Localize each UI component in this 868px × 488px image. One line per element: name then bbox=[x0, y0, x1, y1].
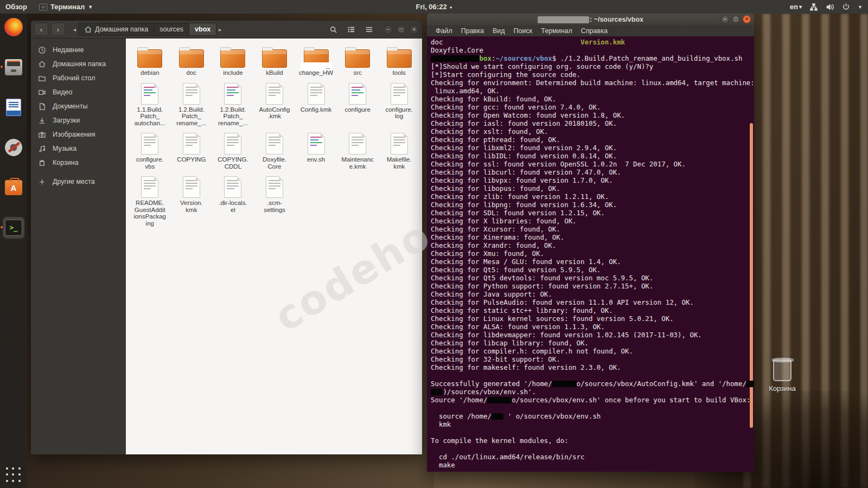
sidebar-item-рабочий-стол[interactable]: Рабочий стол bbox=[31, 71, 126, 85]
file-label: 1.2.Build. Patch_ rename_... bbox=[176, 106, 206, 127]
dock-item-terminal[interactable]: >_ bbox=[3, 217, 24, 239]
file-grid[interactable]: debiandocincludekBuild_change_HWsrctools… bbox=[126, 38, 422, 454]
terminal-close-button[interactable]: × bbox=[743, 15, 751, 23]
terminal-line: Checking for 32-bit support: OK. bbox=[431, 355, 753, 363]
terminal-line bbox=[431, 428, 753, 436]
file-env.sh[interactable]: env.sh bbox=[295, 133, 337, 163]
terminal-menubar: ФайлПравкаВидПоискТерминалСправка bbox=[427, 25, 754, 36]
file-configure[interactable]: configure bbox=[337, 83, 379, 113]
sidebar-item-видео[interactable]: Видео bbox=[31, 85, 126, 99]
sidebar-item-музыка[interactable]: Музыка bbox=[31, 142, 126, 156]
terminal-menu-терминал[interactable]: Терминал bbox=[537, 27, 577, 35]
terminal-menu-справка[interactable]: Справка bbox=[577, 27, 612, 35]
dock-item-firefox[interactable] bbox=[3, 16, 24, 38]
sidebar-item-загрузки[interactable]: Загрузки bbox=[31, 113, 126, 127]
file-label: configure. vbs bbox=[136, 156, 164, 170]
terminal-minimize-button[interactable]: − bbox=[721, 15, 729, 23]
files-window: ‹ › ◂ Домашняя папкаsourcesvbox ▸ − bbox=[31, 21, 422, 454]
sidebar-item-label: Музыка bbox=[53, 145, 76, 152]
file-version.[interactable]: Version. kmk bbox=[171, 176, 213, 213]
file-copying.[interactable]: COPYING. CDDL bbox=[212, 133, 254, 170]
dock-item-libreoffice-writer[interactable] bbox=[3, 97, 24, 118]
sidebar-item-корзина[interactable]: Корзина bbox=[31, 156, 126, 170]
breadcrumb-scroll-left-icon[interactable]: ◂ bbox=[71, 27, 78, 33]
dock-item-system-tools[interactable] bbox=[3, 137, 24, 158]
terminal-menu-файл[interactable]: Файл bbox=[431, 27, 457, 35]
maximize-button[interactable]: □ bbox=[397, 25, 406, 34]
back-button[interactable]: ‹ bbox=[34, 23, 48, 36]
terminal-menu-правка[interactable]: Правка bbox=[457, 27, 488, 35]
file-configure.[interactable]: configure. vbs bbox=[129, 133, 171, 170]
file-configure.[interactable]: configure. log bbox=[378, 83, 420, 120]
top-bar: Обзор Терминал ▾ Fri, 06:22● en ▾ bbox=[0, 0, 868, 14]
script-file-icon bbox=[308, 133, 325, 155]
breadcrumb-segment-домашняя-папка[interactable]: Домашняя папка bbox=[78, 23, 154, 36]
hamburger-menu-icon[interactable] bbox=[361, 23, 376, 36]
terminal-line: Checking for ALSA: found version 1.1.3, … bbox=[431, 323, 753, 331]
folder-debian[interactable]: debian bbox=[129, 46, 171, 76]
file-label: 1.2.Build. Patch_ rename_... bbox=[218, 106, 248, 127]
folder-change_hw[interactable]: _change_HW bbox=[295, 46, 337, 76]
folder-tools[interactable]: tools bbox=[378, 46, 420, 76]
terminal-line bbox=[431, 445, 753, 453]
text-file-icon bbox=[266, 176, 283, 198]
forward-button[interactable]: › bbox=[51, 23, 65, 36]
breadcrumb-segment-sources[interactable]: sources bbox=[154, 23, 189, 36]
terminal-menu-вид[interactable]: Вид bbox=[488, 27, 509, 35]
sidebar-item-label: Домашняя папка bbox=[53, 60, 106, 68]
terminal-titlebar[interactable]: : ~/sources/vbox − □ × bbox=[427, 14, 754, 25]
file-autoconfig[interactable]: AutoConfig .kmk bbox=[254, 83, 296, 120]
desktop-trash[interactable]: Корзина bbox=[767, 359, 797, 393]
file-label: Version. kmk bbox=[180, 200, 203, 213]
files-header-bar[interactable]: ‹ › ◂ Домашняя папкаsourcesvbox ▸ − bbox=[31, 21, 422, 38]
pictures-icon bbox=[38, 131, 46, 139]
file-doxyfile.[interactable]: Doxyfile. Core bbox=[254, 133, 296, 170]
close-button[interactable]: × bbox=[410, 25, 419, 34]
sidebar-item-домашняя-папка[interactable]: Домашняя папка bbox=[31, 57, 126, 71]
file-1.2.build.[interactable]: 1.2.Build. Patch_ rename_... bbox=[212, 83, 254, 127]
file-.scm-[interactable]: .scm- settings bbox=[254, 176, 296, 213]
terminal-menu-поиск[interactable]: Поиск bbox=[509, 27, 537, 35]
file-label: README. GuestAddit ionsPackag ing bbox=[134, 200, 166, 227]
sidebar-item-другие-места[interactable]: Другие места bbox=[31, 175, 126, 189]
breadcrumb-scroll-right-icon[interactable]: ▸ bbox=[216, 27, 224, 33]
redaction-box bbox=[492, 413, 503, 420]
file-1.2.build.[interactable]: 1.2.Build. Patch_ rename_... bbox=[171, 83, 213, 127]
folder-doc[interactable]: doc bbox=[171, 46, 213, 76]
file-readme.[interactable]: README. GuestAddit ionsPackag ing bbox=[129, 176, 171, 227]
terminal-maximize-button[interactable]: □ bbox=[732, 15, 740, 23]
breadcrumb-label: Домашняя папка bbox=[95, 25, 148, 33]
dock-item-toolbox[interactable]: A bbox=[3, 177, 24, 198]
folder-kbuild[interactable]: kBuild bbox=[254, 46, 296, 76]
file-copying[interactable]: COPYING bbox=[171, 133, 213, 163]
clock[interactable]: Fri, 06:22● bbox=[0, 3, 868, 11]
folder-src[interactable]: src bbox=[337, 46, 379, 76]
terminal-line: Checking for libvpx: found version 1.7.0… bbox=[431, 176, 753, 184]
terminal-line: Checking for Mesa / GLU: found version 1… bbox=[431, 258, 753, 266]
file-maintenanc[interactable]: Maintenanc e.kmk bbox=[337, 133, 379, 170]
terminal-line bbox=[431, 404, 753, 412]
terminal-line: Checking for libIDL: found version 0.8.1… bbox=[431, 152, 753, 160]
sidebar-item-изображения[interactable]: Изображения bbox=[31, 127, 126, 142]
terminal-line: Checking for Linux kernel sources: found… bbox=[431, 314, 753, 323]
dock-item-file-cabinet[interactable] bbox=[3, 56, 24, 78]
sidebar-item-недавние[interactable]: Недавние bbox=[31, 43, 126, 57]
sidebar-item-label: Загрузки bbox=[53, 117, 80, 124]
terminal-line: Checking for Xinerama: found, OK. bbox=[431, 233, 753, 241]
sidebar-item-документы[interactable]: Документы bbox=[31, 99, 126, 113]
terminal-line: Successfully generated '/home/o/sources/… bbox=[431, 380, 753, 388]
view-toggle-icon[interactable] bbox=[343, 23, 359, 36]
breadcrumb-segment-vbox[interactable]: vbox bbox=[189, 23, 216, 36]
folder-include[interactable]: include bbox=[212, 46, 254, 76]
file-config.kmk[interactable]: Config.kmk bbox=[295, 83, 337, 113]
terminal-output[interactable]: doc Version.kmkDoxyfile.Corebox:~/source… bbox=[427, 36, 754, 472]
minimize-button[interactable]: − bbox=[384, 25, 393, 34]
show-applications-button[interactable] bbox=[6, 467, 21, 483]
search-icon[interactable] bbox=[326, 23, 341, 36]
running-indicator-dot bbox=[1, 66, 3, 68]
file-label: debian bbox=[141, 69, 159, 76]
file-1.1.build.[interactable]: 1.1.Build. Patch_ autochan... bbox=[129, 83, 171, 127]
file-.dir-locals.[interactable]: .dir-locals. el bbox=[212, 176, 254, 213]
script-file-icon bbox=[141, 83, 158, 105]
file-makefile.[interactable]: Makefile. kmk bbox=[378, 133, 420, 170]
